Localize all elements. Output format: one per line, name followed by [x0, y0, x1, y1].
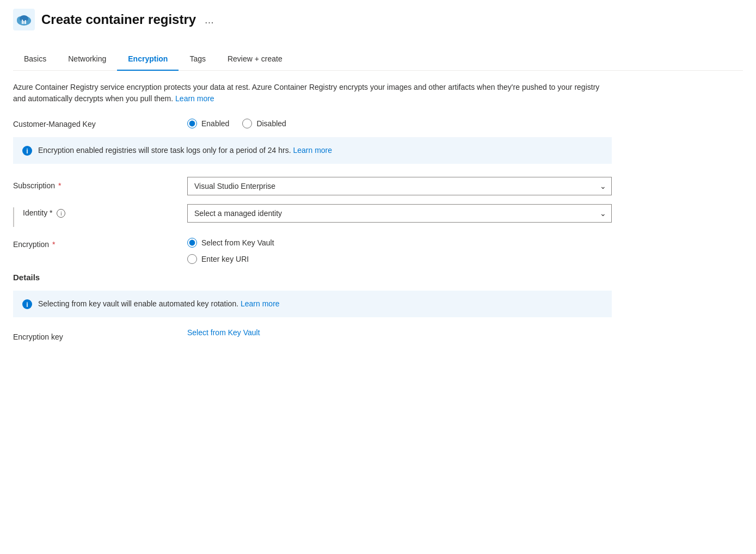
encryption-radio-group: Select from Key Vault Enter key URI: [187, 236, 612, 264]
container-registry-icon: [13, 9, 35, 30]
encryption-control: Select from Key Vault Enter key URI: [187, 236, 612, 264]
svg-rect-7: [25, 20, 26, 24]
select-from-key-vault-label: Select from Key Vault: [201, 238, 274, 247]
details-learn-more-link[interactable]: Learn more: [241, 299, 280, 308]
subscription-row: Subscription * Visual Studio Enterprise …: [13, 177, 612, 195]
enabled-option[interactable]: Enabled: [187, 119, 229, 128]
page-title: Create container registry: [41, 12, 196, 27]
indent-bar: [13, 207, 14, 227]
disabled-option[interactable]: Disabled: [242, 119, 286, 128]
details-info-box: i Selecting from key vault will enable a…: [13, 291, 612, 317]
subscription-label: Subscription *: [13, 177, 187, 190]
encryption-row: Encryption * Select from Key Vault Enter…: [13, 236, 612, 264]
select-from-key-vault-option[interactable]: Select from Key Vault: [187, 238, 612, 248]
encryption-key-link[interactable]: Select from Key Vault: [187, 325, 260, 337]
encryption-key-row: Encryption key Select from Key Vault: [13, 328, 612, 341]
tab-basics[interactable]: Basics: [13, 48, 57, 71]
svg-rect-5: [22, 20, 23, 24]
tab-encryption[interactable]: Encryption: [117, 48, 179, 71]
tab-tags[interactable]: Tags: [179, 48, 217, 71]
encryption-label: Encryption *: [13, 236, 187, 249]
identity-label: Identity * i: [23, 208, 65, 218]
details-info-text: Selecting from key vault will enable aut…: [38, 298, 280, 310]
info-box-text: Encryption enabled registries will store…: [38, 145, 332, 156]
subscription-control: Visual Studio Enterprise ⌄: [187, 177, 612, 195]
encryption-key-label: Encryption key: [13, 328, 187, 341]
enabled-label: Enabled: [201, 119, 229, 128]
svg-text:i: i: [26, 301, 28, 309]
subscription-required-indicator: *: [56, 181, 61, 190]
details-section: Details i Selecting from key vault will …: [13, 273, 612, 341]
customer-managed-key-row: Customer-Managed Key Enabled Disabled: [13, 115, 612, 128]
tab-networking[interactable]: Networking: [57, 48, 117, 71]
enter-key-uri-radio[interactable]: [187, 254, 197, 264]
svg-rect-6: [23, 21, 24, 24]
tab-review-create[interactable]: Review + create: [217, 48, 293, 71]
svg-text:i: i: [26, 147, 28, 155]
disabled-label: Disabled: [256, 119, 286, 128]
info-box: i Encryption enabled registries will sto…: [13, 137, 612, 164]
customer-managed-key-radio-group: Enabled Disabled: [187, 115, 612, 128]
encryption-key-control: Select from Key Vault: [187, 328, 612, 337]
page-header: Create container registry ...: [13, 9, 743, 35]
customer-managed-key-label: Customer-Managed Key: [13, 115, 187, 128]
description-learn-more-link[interactable]: Learn more: [175, 94, 214, 103]
info-icon: i: [22, 145, 33, 156]
identity-required-indicator: *: [47, 208, 52, 217]
disabled-radio[interactable]: [242, 119, 252, 128]
tab-bar: Basics Networking Encryption Tags Review…: [13, 48, 743, 71]
subscription-select[interactable]: Visual Studio Enterprise: [187, 177, 612, 195]
identity-select[interactable]: Select a managed identity: [187, 204, 612, 223]
encryption-required-indicator: *: [50, 240, 55, 249]
identity-dropdown-wrapper: Select a managed identity ⌄: [187, 204, 612, 223]
enter-key-uri-option[interactable]: Enter key URI: [187, 254, 612, 264]
info-box-learn-more-link[interactable]: Learn more: [293, 146, 332, 155]
enter-key-uri-label: Enter key URI: [201, 255, 249, 263]
more-options-icon[interactable]: ...: [205, 14, 214, 26]
subscription-dropdown-wrapper: Visual Studio Enterprise ⌄: [187, 177, 612, 195]
details-title: Details: [13, 273, 612, 282]
select-from-key-vault-radio[interactable]: [187, 238, 197, 248]
enabled-radio[interactable]: [187, 119, 197, 128]
identity-control: Select a managed identity ⌄: [187, 204, 612, 223]
details-info-icon: i: [22, 299, 33, 310]
customer-managed-key-control: Enabled Disabled: [187, 115, 612, 128]
description-text: Azure Container Registry service encrypt…: [13, 82, 612, 104]
identity-info-icon[interactable]: i: [57, 209, 65, 218]
identity-indent: Identity * i: [13, 204, 187, 227]
identity-row: Identity * i Select a managed identity ⌄: [13, 204, 612, 227]
